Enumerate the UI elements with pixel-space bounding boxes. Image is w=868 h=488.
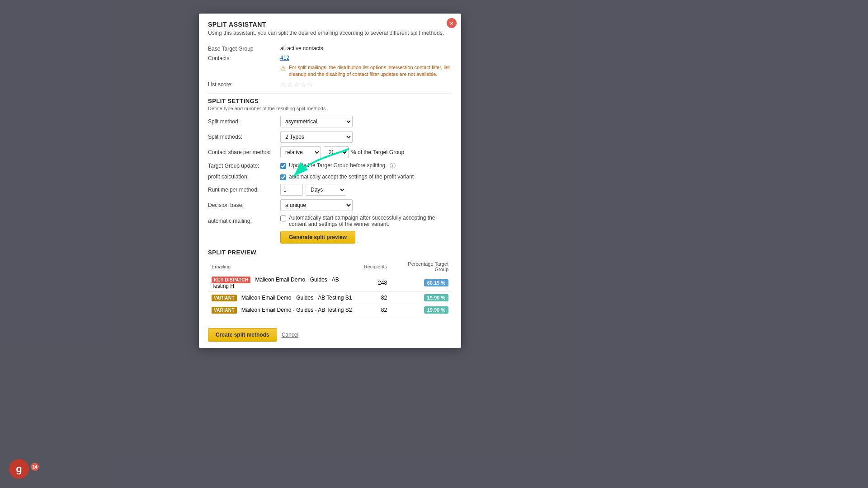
cancel-button[interactable]: Cancel <box>282 332 298 338</box>
avatar-badge: 14 <box>31 463 39 471</box>
target-group-update-text: Update the Target Group before splitting… <box>289 162 387 169</box>
auto-mailing-label: automatic mailing: <box>208 218 280 224</box>
modal-subtitle: Using this assistant, you can split the … <box>208 30 452 36</box>
split-method-label: Split method: <box>208 118 280 125</box>
close-button[interactable]: × <box>447 18 457 28</box>
emailing-cell: KEY DISPATCH Maileon Email Demo - Guides… <box>208 274 360 291</box>
split-settings-desc: Define type and number of the resulting … <box>208 106 452 111</box>
stars-container: ☆ ☆ ☆ ☆ ☆ <box>280 81 313 88</box>
star-1: ☆ <box>280 81 286 88</box>
split-settings-title: SPLIT SETTINGS <box>208 98 452 104</box>
warning-box: ⚠ For split mailings, the distribution l… <box>280 64 452 78</box>
runtime-input[interactable] <box>280 184 303 196</box>
modal-footer: Create split methods Cancel <box>199 324 461 348</box>
modal-title: SPLIT ASSISTANT <box>208 21 452 28</box>
pct-badge: 19.90 % <box>424 294 448 301</box>
row-badge: VARIANT <box>212 295 237 301</box>
contact-share-label: Contact share per method <box>208 149 280 155</box>
star-2: ☆ <box>287 81 293 88</box>
contact-share-type-select[interactable]: relative absolute <box>280 146 321 158</box>
col-pct-target: Percentage Target Group <box>391 259 452 274</box>
contact-share-row: Contact share per method relative absolu… <box>208 146 452 158</box>
list-score-stars: ☆ ☆ ☆ ☆ ☆ <box>280 81 313 88</box>
list-score-row: List score: ☆ ☆ ☆ ☆ ☆ <box>208 81 452 88</box>
list-score-label: List score: <box>208 81 280 88</box>
recipients-cell: 82 <box>360 291 391 304</box>
profit-calc-row: profit calculation: automatically accept… <box>208 174 452 180</box>
auto-mailing-row: automatic mailing: Automatically start c… <box>208 215 452 227</box>
col-emailing: Emailing <box>208 259 360 274</box>
star-5: ☆ <box>307 81 313 88</box>
divider-1 <box>208 94 452 94</box>
target-group-update-checkbox-row: Update the Target Group before splitting… <box>280 162 387 169</box>
pct-cell: 19.90 % <box>391 304 452 316</box>
warning-icon: ⚠ <box>280 65 286 72</box>
runtime-unit-select[interactable]: Days Hours <box>306 184 346 196</box>
emailing-cell: VARIANT Maileon Email Demo - Guides - AB… <box>208 304 360 316</box>
recipients-cell: 248 <box>360 274 391 291</box>
avatar-area: g 14 <box>9 459 29 479</box>
split-methods-row: Split methods: 2 Types 3 Types 4 Types <box>208 131 452 143</box>
decision-base-select[interactable]: a unique total <box>280 199 353 211</box>
split-methods-select[interactable]: 2 Types 3 Types 4 Types <box>280 131 353 143</box>
profit-calc-checkbox-row: automatically accept the settings of the… <box>280 174 414 180</box>
target-group-update-row: Target Group update: Update the Target G… <box>208 162 452 170</box>
star-3: ☆ <box>294 81 300 88</box>
star-4: ☆ <box>301 81 307 88</box>
modal-body: Base Target Group all active contacts Co… <box>199 41 461 324</box>
split-method-select[interactable]: asymmetrical symmetrical <box>280 116 353 127</box>
base-target-group-row: Base Target Group all active contacts <box>208 45 452 52</box>
avatar[interactable]: g <box>9 459 29 479</box>
modal-header: SPLIT ASSISTANT Using this assistant, yo… <box>199 14 461 41</box>
contacts-value[interactable]: 412 <box>280 55 289 61</box>
auto-mailing-text: Automatically start campaign after succe… <box>289 215 452 227</box>
base-target-group-label: Base Target Group <box>208 45 280 52</box>
contact-share-value-select[interactable]: 20 10 25 30 <box>324 146 349 158</box>
row-badge: VARIANT <box>212 307 237 314</box>
split-settings-section: SPLIT SETTINGS Define type and number of… <box>208 98 452 227</box>
info-section: Base Target Group all active contacts Co… <box>208 45 452 88</box>
runtime-inputs: Days Hours <box>280 184 346 196</box>
split-preview-section: SPLIT PREVIEW Emailing Recipients Percen… <box>208 249 452 316</box>
runtime-label: Runtime per method: <box>208 187 280 193</box>
profit-calc-text: automatically accept the settings of the… <box>289 174 414 180</box>
decision-base-label: Decision base: <box>208 202 280 208</box>
recipients-cell: 82 <box>360 304 391 316</box>
col-recipients: Recipients <box>360 259 391 274</box>
warning-text: For split mailings, the distribution lis… <box>289 64 452 78</box>
table-row: VARIANT Maileon Email Demo - Guides - AB… <box>208 291 452 304</box>
row-badge: KEY DISPATCH <box>212 277 250 283</box>
decision-base-row: Decision base: a unique total <box>208 199 452 211</box>
pct-badge: 60.19 % <box>424 279 448 286</box>
auto-mailing-checkbox-row: Automatically start campaign after succe… <box>280 215 452 227</box>
base-target-group-value: all active contacts <box>280 45 323 52</box>
auto-mailing-checkbox[interactable] <box>280 216 286 221</box>
emailing-name: Maileon Email Demo - Guides - AB Testing… <box>241 307 352 313</box>
runtime-row: Runtime per method: Days Hours <box>208 184 452 196</box>
contact-share-suffix: % of the Target Group <box>351 149 404 155</box>
emailing-name: Maileon Email Demo - Guides - AB Testing… <box>241 295 352 301</box>
create-split-methods-button[interactable]: Create split methods <box>208 328 277 342</box>
target-group-update-checkbox[interactable] <box>280 163 286 169</box>
split-method-row: Split method: asymmetrical symmetrical <box>208 116 452 127</box>
preview-table: Emailing Recipients Percentage Target Gr… <box>208 259 452 316</box>
generate-split-preview-button[interactable]: Generate split preview <box>280 231 355 244</box>
pct-badge: 19.90 % <box>424 306 448 314</box>
target-group-update-label: Target Group update: <box>208 163 280 169</box>
table-row: KEY DISPATCH Maileon Email Demo - Guides… <box>208 274 452 291</box>
contacts-label: Contacts: <box>208 55 280 61</box>
pct-cell: 60.19 % <box>391 274 452 291</box>
profit-calc-label: profit calculation: <box>208 174 280 180</box>
split-assistant-modal: SPLIT ASSISTANT Using this assistant, yo… <box>199 14 461 348</box>
table-row: VARIANT Maileon Email Demo - Guides - AB… <box>208 304 452 316</box>
pct-cell: 19.90 % <box>391 291 452 304</box>
split-methods-label: Split methods: <box>208 134 280 140</box>
emailing-cell: VARIANT Maileon Email Demo - Guides - AB… <box>208 291 360 304</box>
help-icon[interactable]: ⓘ <box>390 162 396 170</box>
contacts-row: Contacts: 412 <box>208 55 452 61</box>
profit-calc-checkbox[interactable] <box>280 174 286 180</box>
split-preview-title: SPLIT PREVIEW <box>208 249 452 256</box>
